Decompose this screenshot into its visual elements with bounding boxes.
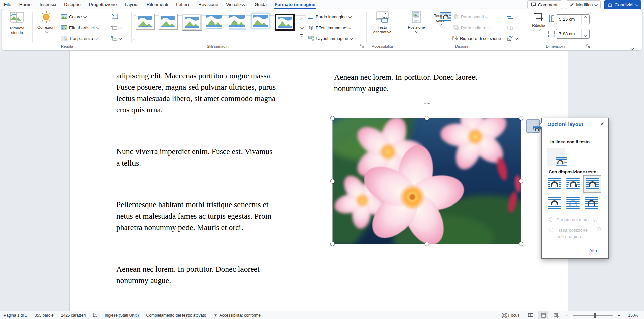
tab-formato-immagine[interactable]: Formato immagine [271,0,319,9]
text-column-left[interactable]: adipiscing elit. Maecenas porttitor cong… [116,51,309,311]
picture-style-soft-edge[interactable] [206,14,222,29]
resize-handle-top-left[interactable] [330,116,335,120]
group-label-dimensioni: Dimensioni [539,44,572,48]
word-count[interactable]: 355 parole [31,313,57,318]
paragraph[interactable]: Aenean nec lorem. In porttitor. Donec la… [116,263,309,286]
picture-effects-button[interactable]: Effetti immagine [308,23,351,32]
rotate-objects-button[interactable] [506,34,517,43]
picture-style-black-frame[interactable] [275,14,294,30]
tab-home[interactable]: Home [15,0,36,9]
wrap-option-square[interactable] [546,177,562,191]
resize-handle-top-right[interactable] [519,116,523,120]
zoom-in-button[interactable]: + [616,312,622,318]
wrap-option-top-bottom[interactable] [546,196,562,210]
width-spinner[interactable] [581,29,589,38]
crop-button[interactable]: Ritaglia [529,11,548,42]
wrap-text-button[interactable]: Testo a capo [429,11,451,42]
web-layout-button[interactable] [551,311,561,319]
height-spinner[interactable] [581,15,589,24]
text-prediction-indicator[interactable]: Completamento del testo: attivato [143,313,210,318]
tab-visualizza[interactable]: Visualizza [222,0,251,9]
wrap-option-tight[interactable] [565,177,581,191]
paragraph[interactable]: Aenean nec lorem. In porttitor. Donec la… [334,71,527,94]
resize-handle-middle-right[interactable] [519,179,523,183]
edit-mode-button[interactable]: Modifica [566,0,601,9]
tab-guida[interactable]: Guida [251,0,271,9]
bring-forward-icon [453,14,459,19]
tab-revisione[interactable]: Revisione [194,0,222,9]
layout-options-button[interactable] [526,119,540,133]
align-objects-button[interactable] [506,12,517,21]
picture-layout-button[interactable]: Layout immagine [308,34,352,43]
plumeria-photo [333,118,521,244]
paragraph[interactable]: Nunc viverra imperdiet enim. Fusce est. … [116,146,309,169]
page-indicator[interactable]: Pagina 1 di 1 [0,313,31,318]
paragraph[interactable]: Pellentesque habitant morbi tristique se… [116,199,309,233]
document-canvas[interactable]: adipiscing elit. Maecenas porttitor cong… [0,51,644,311]
tab-lettere[interactable]: Lettere [172,0,194,9]
read-mode-button[interactable] [526,311,536,319]
tab-layout[interactable]: Layout [121,0,143,9]
resize-handle-bottom-left[interactable] [330,242,335,246]
comments-button[interactable]: Commenti [527,0,562,9]
selected-picture[interactable] [333,118,521,244]
color-button[interactable]: Colore [61,12,86,21]
tab-disegno[interactable]: Disegno [60,0,85,9]
print-layout-button[interactable] [538,311,548,319]
language-indicator[interactable]: Inglese (Stati Uniti) [101,313,142,318]
transparency-button[interactable]: Trasparenza [61,34,97,43]
paragraph[interactable]: adipiscing elit. Maecenas porttitor cong… [116,70,309,116]
tab-file[interactable]: File [0,0,15,9]
see-more-link[interactable]: Altro… [589,248,603,253]
picture-style-beveled[interactable] [182,14,202,30]
picture-style-simple-frame[interactable] [136,14,155,30]
shape-width-input[interactable] [556,31,581,36]
shape-height-field[interactable] [556,14,590,24]
proofing-icon [93,313,97,318]
tab-riferimenti[interactable]: Riferimenti [143,0,172,9]
shape-height-input[interactable] [556,17,581,22]
alt-text-button[interactable]: Testo alternativo [368,11,396,42]
collapse-ribbon-button[interactable] [631,45,633,51]
share-icon [608,2,612,7]
picture-style-glow[interactable] [252,14,269,28]
resize-handle-bottom-right[interactable] [519,242,523,246]
sun-icon [40,11,53,24]
rotate-handle[interactable] [423,101,431,109]
shape-width-field[interactable] [556,29,590,39]
size-dialog-launcher[interactable] [586,44,591,49]
focus-mode-button[interactable]: Focus [498,313,523,318]
close-icon[interactable]: ✕ [600,121,604,127]
remove-background-button[interactable]: Rimuovi sfondo [4,11,30,42]
accessibility-status[interactable]: Accessibilità: conforme [210,313,264,318]
wrap-option-inline[interactable] [547,148,565,166]
wrap-option-through[interactable] [583,175,601,193]
zoom-out-button[interactable]: − [564,312,570,318]
wrap-option-behind-text[interactable] [565,196,581,210]
resize-handle-bottom-center[interactable] [425,242,429,246]
picture-style-reflection[interactable] [229,14,246,30]
tab-inserisci[interactable]: Inserisci [36,0,60,9]
inline-section-label: In linea con il testo [550,139,590,144]
proofing-status[interactable] [89,313,101,318]
position-button[interactable]: Posizione [405,11,428,42]
group-divider [131,12,132,42]
artistic-effects-button[interactable]: Effetti artistici [61,23,99,32]
wrap-option-in-front[interactable] [583,196,599,210]
picture-border-button[interactable]: Bordo immagine [308,12,351,21]
change-picture-button[interactable] [111,23,121,32]
picture-style-shadow[interactable] [159,14,178,30]
zoom-slider-thumb[interactable] [594,313,596,318]
char-count[interactable]: 2425 caratteri [57,313,89,318]
group-label-accessibilita: Accessibilità [366,44,399,48]
share-button[interactable]: Condividi [604,0,641,9]
reset-picture-button[interactable] [111,34,121,43]
zoom-slider[interactable] [573,315,613,316]
compress-pictures-button[interactable] [112,12,118,21]
selection-pane-button[interactable]: Riquadro di selezione [452,34,501,43]
picture-styles-dialog-launcher[interactable] [360,44,365,49]
tab-progettazione[interactable]: Progettazione [85,0,121,9]
resize-handle-middle-left[interactable] [330,179,335,183]
corrections-button[interactable]: Correzioni [34,11,59,42]
zoom-level[interactable]: 150% [624,313,642,318]
